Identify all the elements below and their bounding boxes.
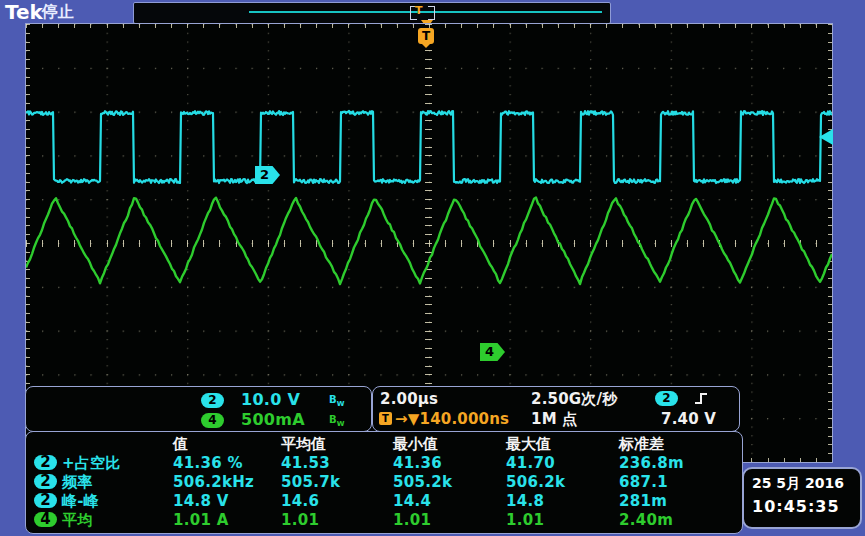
ch2-scale-value: 10.0 V <box>241 390 300 409</box>
trigger-slope-rising-icon <box>693 391 709 406</box>
cell-mean: 14.6 <box>281 492 319 510</box>
datetime-box: 25 5月 2016 10:45:35 <box>742 467 862 529</box>
cell-mean: 1.01 <box>281 511 319 529</box>
ch2-square-trace <box>26 111 832 183</box>
channel-scale-readout[interactable]: 2 10.0 V BW 4 500mA BW <box>25 386 372 432</box>
row-channel-badge: 2 <box>34 474 57 489</box>
row-channel-badge: 4 <box>34 512 57 527</box>
col-header-value: 值 <box>173 435 188 454</box>
ch4-scale-value: 500mA <box>241 410 305 429</box>
cell-min: 1.01 <box>393 511 431 529</box>
ch2-bandwidth-icon: BW <box>329 394 344 408</box>
timebase-scale: 2.00µs <box>380 390 438 408</box>
cell-min: 41.36 <box>393 454 442 472</box>
col-header-max: 最大值 <box>506 435 551 454</box>
sample-rate: 2.50G次/秒 <box>531 390 617 409</box>
row-channel-badge: 2 <box>34 455 57 470</box>
cell-max: 506.2k <box>506 473 565 491</box>
col-header-stddev: 标准差 <box>619 435 664 454</box>
trigger-level-arrow-icon[interactable] <box>819 129 833 145</box>
time-label: 10:45:35 <box>752 497 840 516</box>
cell-value: 1.01 A <box>173 511 229 529</box>
ch4-badge[interactable]: 4 <box>201 413 224 428</box>
ch2-badge[interactable]: 2 <box>201 393 224 408</box>
col-header-mean: 平均值 <box>281 435 326 454</box>
measurement-row-frequency: 2 频率 506.2kHz 505.7k 505.2k 506.2k 687.1 <box>26 473 742 493</box>
measurement-row-mean: 4 平均 1.01 A 1.01 1.01 1.01 2.40m <box>26 511 742 531</box>
date-label: 25 5月 2016 <box>752 475 844 493</box>
cell-stddev: 236.8m <box>619 454 684 472</box>
cell-max: 1.01 <box>506 511 544 529</box>
cell-stddev: 687.1 <box>619 473 668 491</box>
ch4-triangle-trace <box>26 198 832 285</box>
ch4-bandwidth-icon: BW <box>329 414 344 428</box>
cell-value: 506.2kHz <box>173 473 254 491</box>
cell-value: 14.8 V <box>173 492 229 510</box>
acquisition-status: 停止 <box>42 2 74 23</box>
row-label: 频率 <box>62 473 93 492</box>
cell-value: 41.36 % <box>173 454 243 472</box>
cell-stddev: 2.40m <box>619 511 673 529</box>
measurement-row-duty: 2 +占空比 41.36 % 41.53 41.36 41.70 236.8m <box>26 454 742 474</box>
cell-max: 41.70 <box>506 454 555 472</box>
trigger-t-icon: T <box>379 412 392 425</box>
col-header-min: 最小值 <box>393 435 438 454</box>
cell-max: 14.8 <box>506 492 544 510</box>
trigger-position-flag[interactable]: T <box>418 28 434 44</box>
row-label: 峰-峰 <box>62 492 99 511</box>
trigger-level-value: 7.40 V <box>661 410 716 428</box>
measurement-table[interactable]: 值 平均值 最小值 最大值 标准差 2 +占空比 41.36 % 41.53 4… <box>25 431 743 534</box>
timebase-trigger-readout[interactable]: 2.00µs 2.50G次/秒 2 T →▼140.000ns 1M 点 7.4… <box>372 386 740 432</box>
record-view-bar[interactable]: T <box>133 2 611 24</box>
record-trigger-icon[interactable]: T <box>415 4 423 17</box>
measurement-header-row: 值 平均值 最小值 最大值 标准差 <box>26 435 742 455</box>
record-window-bracket-right[interactable] <box>428 6 435 20</box>
measurement-row-pkpk: 2 峰-峰 14.8 V 14.6 14.4 14.8 281m <box>26 492 742 512</box>
record-waveform-line <box>249 11 602 13</box>
cell-mean: 505.7k <box>281 473 340 491</box>
row-label: +占空比 <box>62 454 121 473</box>
record-length: 1M 点 <box>531 410 577 429</box>
row-label: 平均 <box>62 511 93 530</box>
trigger-delay: →▼140.000ns <box>395 410 509 428</box>
cell-mean: 41.53 <box>281 454 330 472</box>
trigger-source-badge[interactable]: 2 <box>655 391 678 406</box>
cell-min: 505.2k <box>393 473 452 491</box>
tek-logo: Tek <box>5 0 43 24</box>
cell-min: 14.4 <box>393 492 431 510</box>
oscilloscope-screen: Tek 停止 T 2 4 T 2 10.0 V BW 4 500mA <box>0 0 865 536</box>
cell-stddev: 281m <box>619 492 667 510</box>
row-channel-badge: 2 <box>34 493 57 508</box>
